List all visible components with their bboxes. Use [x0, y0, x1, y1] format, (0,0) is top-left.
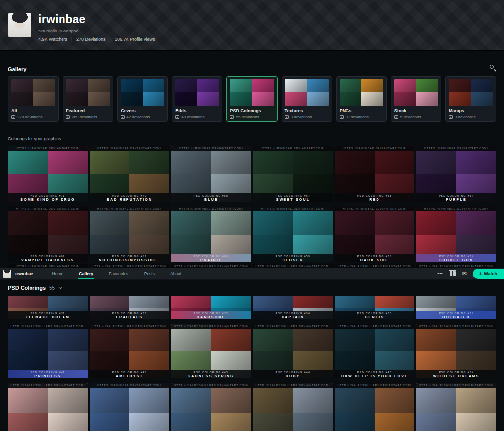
- deviation-caption: PSD COLORING #43HOW DEEP IS YOUR LOVE: [335, 370, 414, 378]
- collage-tile: [394, 92, 416, 106]
- deviation-thumb[interactable]: PSD COLORING #38OUTDATED: [416, 296, 496, 319]
- deviation-thumb[interactable]: HTTPS://IRWINBAE.DEVIANTART.COM/PSD COLO…: [8, 146, 88, 202]
- more-options-icon[interactable]: •••: [437, 271, 443, 276]
- gallery-folder-pngs[interactable]: PNGs28 deviations: [336, 76, 387, 122]
- deviation-thumb[interactable]: HTTP://ISALEYSWILLERS.DEVIANTART.COM/PSD…: [335, 324, 414, 378]
- deviation-thumb[interactable]: HTTPS://IRWINBAE.DEVIANTART.COM/PSD COLO…: [253, 146, 333, 202]
- search-icon[interactable]: [490, 65, 498, 73]
- deviation-thumb[interactable]: HTTPS://IRWINBAE.DEVIANTART.COM/PSD COLO…: [253, 207, 333, 262]
- deviation-thumb-partial[interactable]: HTTP://ISALEYSWILLERS.DEVIANTART.COM/: [90, 264, 169, 268]
- gallery-folder-all[interactable]: All278 deviations: [8, 76, 59, 122]
- deviation-thumb[interactable]: HTTP://ISALEYSWILLERS.DEVIANTART.COM/PSD…: [416, 383, 496, 431]
- deviation-thumb[interactable]: HTTPS://IRWINBAE.DEVIANTART.COM/PSD COLO…: [8, 207, 88, 262]
- deviation-thumb[interactable]: HTTP://ISALEYSWILLERS.DEVIANTART.COM/PSD…: [253, 383, 333, 431]
- collage-tile: [416, 79, 438, 92]
- deviation-thumb[interactable]: HTTPS://IRWINBAE.DEVIANTART.COM/PSD COLO…: [171, 207, 251, 262]
- tab-gallery[interactable]: Gallery: [71, 268, 101, 279]
- folder-name: PNGs: [340, 108, 383, 113]
- deviation-thumb-partial[interactable]: HTTP://ISALEYSWILLERS.DEVIANTART.COM/: [253, 264, 333, 268]
- deviation-thumb[interactable]: PSD COLORING #36FRACTALS: [90, 296, 169, 319]
- deviation-number-label: PSD COLORING #62: [8, 255, 88, 258]
- collage-tile: [285, 92, 307, 106]
- folder-name: Manips: [449, 108, 493, 113]
- deviation-grid-partial: HTTPS://IRWINBAE.DEVIANTART.COM/HTTP://I…: [8, 264, 496, 268]
- deviation-grid: HTTP://ISALEYSWILLERS.DEVIANTART.COM/PSD…: [8, 383, 496, 431]
- tab-posts[interactable]: Posts: [136, 268, 162, 279]
- avatar[interactable]: [3, 270, 11, 278]
- watch-plus-icon: +: [479, 271, 482, 277]
- collage-tile: [375, 413, 414, 431]
- gallery-folder-psd-colorings[interactable]: PSD Colorings55 deviations: [226, 76, 277, 122]
- deviation-thumb[interactable]: HTTPS://IRWINBAE.DEVIANTART.COM/PSD COLO…: [416, 146, 496, 202]
- deviation-thumb[interactable]: HTTPS://IRWINBAE.DEVIANTART.COM/PSD COLO…: [171, 146, 251, 202]
- deviation-number-label: PSD COLORING #68: [171, 194, 251, 197]
- gallery-folder-stock[interactable]: Stock5 deviations: [391, 76, 441, 122]
- deviation-caption: PSD COLORING #35HANDSOME: [171, 311, 251, 319]
- deviation-thumb-partial[interactable]: HTTP://ISALEYSWILLERS.DEVIANTART.COM/: [171, 264, 251, 268]
- deviation-title: NOTHINGISIMPOSSIBLE: [90, 258, 169, 262]
- folder-thumbnail: [175, 79, 219, 106]
- deviation-title: AMETHYST: [90, 374, 169, 378]
- deviation-caption: PSD COLORING #71SOME KIND OF DRUG: [8, 193, 88, 202]
- deviation-thumb-partial[interactable]: HTTPS://IRWINBAE.DEVIANTART.COM/: [8, 264, 88, 268]
- gift-icon[interactable]: [450, 271, 456, 276]
- collage-tile: [90, 296, 129, 308]
- chevron-down-icon[interactable]: [58, 285, 62, 289]
- deviation-watermark-url: HTTP://ISALEYSWILLERS.DEVIANTART.COM/: [253, 324, 333, 329]
- gallery-folder-covers[interactable]: Covers42 deviations: [117, 76, 168, 122]
- deviation-thumb[interactable]: HTTP://ISALEYSWILLERS.DEVIANTART.COM/PSD…: [171, 383, 251, 431]
- collage-tile: [361, 92, 383, 106]
- deviation-thumb-partial[interactable]: HTTP://ISALEYSWILLERS.DEVIANTART.COM/: [335, 264, 414, 268]
- deviation-thumb[interactable]: PSD COLORING #34CAPTAIN: [253, 296, 333, 319]
- collage-tile: [293, 413, 333, 431]
- deviation-thumb[interactable]: HTTPS://IRWINBAE.DEVIANTART.COM/PSD COLO…: [335, 146, 414, 202]
- deviation-thumb[interactable]: HTTP://ISALEYSWILLERS.DEVIANTART.COM/PSD…: [416, 324, 496, 378]
- tab-home[interactable]: Home: [44, 268, 71, 279]
- deviation-thumb[interactable]: HTTPS://IRWINBAE.DEVIANTART.COM/PSD COLO…: [335, 207, 414, 262]
- deviation-caption: PSD COLORING #65RED: [335, 193, 414, 202]
- folder-view-count: 55: [49, 285, 55, 291]
- gallery-folder-featured[interactable]: Featured269 deviations: [63, 76, 113, 122]
- gallery-folder-textures[interactable]: Textures3 deviations: [282, 76, 332, 122]
- deviations-icon: [285, 115, 289, 119]
- folder-name: All: [11, 108, 55, 113]
- watch-button[interactable]: + Watch: [473, 269, 504, 279]
- folder-thumbnail: [230, 79, 274, 106]
- deviation-title: BAD REPUTATION: [90, 198, 169, 202]
- deviation-watermark-url: HTTP://ISALEYSWILLERS.DEVIANTART.COM/: [171, 383, 251, 388]
- collage-tile: [88, 92, 110, 106]
- folder-count-label: 40 deviations: [181, 115, 204, 119]
- avatar[interactable]: [8, 13, 32, 37]
- deviation-thumb[interactable]: PSD COLORING #37TEENAGE DREAM: [8, 296, 88, 319]
- mail-icon[interactable]: ✉: [462, 271, 467, 276]
- deviation-collage: [253, 383, 333, 431]
- deviation-title: PRINCESS: [8, 374, 88, 378]
- gallery-folder-edits[interactable]: Edits40 deviations: [172, 76, 222, 122]
- deviation-watermark-url: HTTP://ISALEYSWILLERS.DEVIANTART.COM/: [335, 383, 414, 388]
- deviation-thumb[interactable]: HTTPS://IRWINBAE.DEVIANTART.COM/PSD COLO…: [90, 207, 169, 262]
- collage-tile: [335, 413, 375, 431]
- deviation-collage: [171, 383, 251, 431]
- deviation-thumb[interactable]: HTTP://ISALEYSWILLERS.DEVIANTART.COM/PSD…: [90, 324, 169, 378]
- deviation-thumb[interactable]: HTTPS://IRWINBAE.DEVIANTART.COM/PSD COLO…: [90, 146, 169, 202]
- collage-tile: [230, 92, 252, 106]
- deviations-icon: [449, 115, 453, 119]
- deviation-thumb[interactable]: HTTPS://IRWINBAE.DEVIANTART.COM/PSD COLO…: [416, 207, 496, 262]
- deviation-thumb[interactable]: PSD COLORING #35HANDSOME: [171, 296, 251, 319]
- tab-favourites[interactable]: Favourites: [101, 268, 136, 279]
- deviation-thumb[interactable]: HTTP://ISALEYSWILLERS.DEVIANTART.COM/PSD…: [171, 324, 251, 378]
- gallery-folder-manips[interactable]: Manips3 deviations: [445, 76, 496, 122]
- deviation-thumb[interactable]: HTTP://ISALEYSWILLERS.DEVIANTART.COM/PSD…: [335, 383, 414, 431]
- deviation-thumb-partial[interactable]: HTTP://ISALEYSWILLERS.DEVIANTART.COM/: [416, 264, 496, 268]
- tab-about[interactable]: About: [162, 268, 189, 279]
- collage-tile: [375, 383, 414, 413]
- deviation-thumb[interactable]: HTTP://ISALEYSWILLERS.DEVIANTART.COM/PSD…: [8, 383, 88, 431]
- deviation-grid: PSD COLORING #37TEENAGE DREAMPSD COLORIN…: [8, 296, 496, 319]
- deviation-thumb[interactable]: PSD COLORING #33GENIUS: [335, 296, 414, 319]
- deviation-thumb[interactable]: HTTPS://IRWINBAE.DEVIANTART.COM/PSD COLO…: [90, 383, 169, 431]
- collage-tile: [211, 383, 251, 413]
- deviation-thumb[interactable]: HTTP://ISALEYSWILLERS.DEVIANTART.COM/PSD…: [253, 324, 333, 378]
- folder-name: Covers: [121, 108, 164, 113]
- deviation-thumb[interactable]: HTTP://ISALEYSWILLERS.DEVIANTART.COM/PSD…: [8, 324, 88, 378]
- deviation-title: PRAIRIE: [171, 258, 251, 262]
